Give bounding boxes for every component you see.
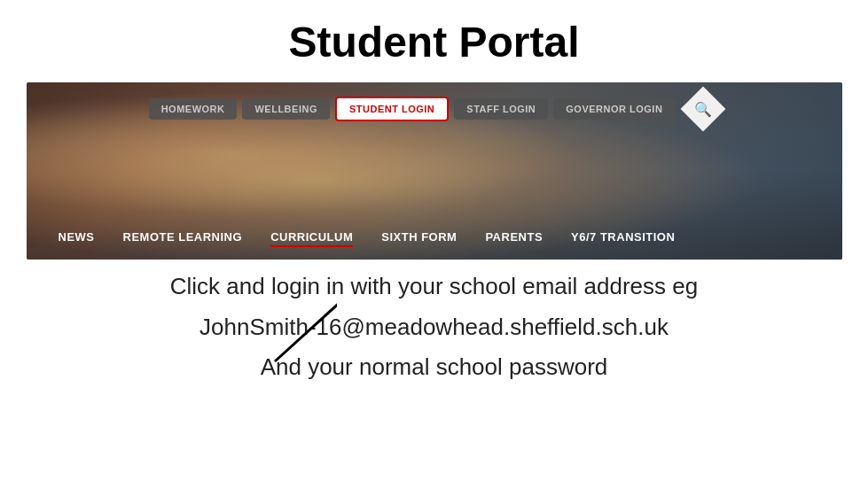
bottom-nav-sixth-form[interactable]: SIXTH FORM: [367, 223, 471, 251]
instruction-password: And your normal school password: [62, 349, 807, 386]
bottom-nav-remote-learning[interactable]: REMOTE LEARNING: [109, 223, 257, 251]
bottom-nav-news[interactable]: NEWS: [44, 223, 109, 251]
bottom-nav-curriculum[interactable]: CURRICULUM: [256, 223, 367, 251]
nav-btn-wellbeing[interactable]: WELLBEING: [242, 98, 330, 120]
nav-btn-homework[interactable]: HOMEWORK: [149, 98, 238, 120]
instruction-line-1: Click and login in with your school emai…: [62, 268, 807, 306]
top-navigation: HOMEWORKWELLBEINGSTUDENT LOGINSTAFF LOGI…: [27, 82, 842, 136]
bottom-nav-y6-transition[interactable]: Y6/7 TRANSITION: [557, 223, 689, 251]
page-title: Student Portal: [288, 18, 579, 66]
instructions-section: Click and login in with your school emai…: [27, 268, 842, 386]
instruction-email: JohnSmith-16@meadowhead.sheffield.sch.uk: [62, 309, 807, 346]
nav-btn-student-login[interactable]: STUDENT LOGIN: [335, 97, 449, 121]
search-button[interactable]: 🔍: [681, 87, 726, 132]
search-icon: 🔍: [694, 101, 712, 118]
banner: HOMEWORKWELLBEINGSTUDENT LOGINSTAFF LOGI…: [27, 82, 842, 260]
bottom-navigation: NEWSREMOTE LEARNINGCURRICULUMSIXTH FORMP…: [27, 223, 842, 260]
bottom-nav-parents[interactable]: PARENTS: [471, 223, 557, 251]
nav-btn-staff-login[interactable]: STAFF LOGIN: [454, 98, 548, 120]
nav-btn-governor-login[interactable]: GOVERNOR LOGIN: [553, 98, 675, 120]
